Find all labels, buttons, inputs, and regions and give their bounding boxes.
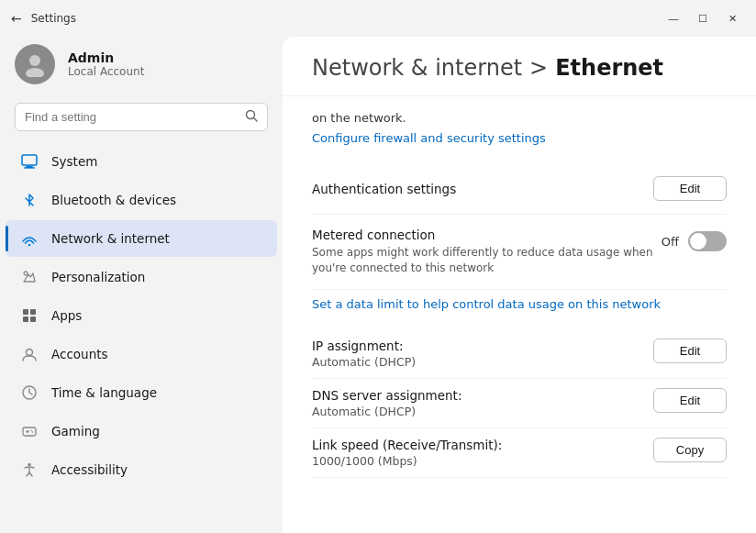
content-header: Network & internet > Ethernet: [283, 37, 756, 96]
system-icon: [20, 152, 39, 171]
title-bar: ← Settings — ☐ ✕: [0, 0, 756, 33]
sidebar-item-accounts[interactable]: Accounts: [6, 336, 277, 372]
metered-toggle[interactable]: [688, 231, 727, 251]
sidebar-item-bluetooth[interactable]: Bluetooth & devices: [6, 182, 277, 218]
sidebar-label-apps: Apps: [51, 308, 82, 323]
link-speed-row: Link speed (Receive/Transmit): 1000/1000…: [312, 428, 727, 478]
metered-sub: Some apps might work differently to redu…: [312, 245, 662, 276]
top-text: on the network.: [312, 111, 727, 125]
breadcrumb-separator: >: [529, 55, 548, 81]
bluetooth-icon: [20, 191, 39, 209]
minimize-button[interactable]: —: [661, 9, 686, 28]
svg-point-0: [29, 55, 40, 66]
svg-rect-9: [23, 309, 28, 315]
metered-row: Metered connection Some apps might work …: [312, 215, 727, 290]
ip-assignment-row: IP assignment: Automatic (DHCP) Edit: [312, 329, 727, 379]
sidebar-label-accounts: Accounts: [51, 347, 108, 361]
maximize-button[interactable]: ☐: [690, 9, 716, 28]
user-info: Admin Local Account: [68, 50, 144, 78]
metered-label: Metered connection: [312, 228, 662, 242]
sidebar-item-network[interactable]: Network & internet: [6, 220, 277, 257]
ip-label: IP assignment:: [312, 339, 416, 353]
sidebar-item-apps[interactable]: Apps: [6, 297, 277, 334]
sidebar-label-accessibility: Accessibility: [51, 462, 128, 477]
sidebar-label-gaming: Gaming: [51, 424, 100, 439]
svg-point-1: [26, 68, 44, 77]
sidebar-item-personalization[interactable]: Personalization: [6, 259, 277, 295]
search-icon: [245, 109, 258, 125]
accessibility-icon: [20, 461, 39, 479]
apps-icon: [20, 306, 39, 325]
sidebar: Admin Local Account: [0, 33, 283, 533]
link-speed-info: Link speed (Receive/Transmit): 1000/1000…: [312, 438, 502, 468]
auth-label: Authentication settings: [312, 182, 653, 196]
content-body: on the network. Configure firewall and s…: [283, 96, 756, 493]
metered-info: Metered connection Some apps might work …: [312, 228, 662, 276]
svg-point-20: [28, 463, 31, 467]
metered-toggle-label: Off: [662, 235, 679, 249]
auth-info: Authentication settings: [312, 182, 653, 196]
link-speed-label: Link speed (Receive/Transmit):: [312, 438, 502, 452]
svg-point-13: [27, 350, 33, 356]
svg-point-18: [30, 430, 32, 432]
dns-val: Automatic (DHCP): [312, 405, 461, 418]
search-box[interactable]: [15, 103, 268, 131]
avatar: [15, 44, 55, 84]
app-title: Settings: [31, 12, 76, 25]
svg-rect-4: [22, 155, 37, 165]
metered-toggle-wrap: Off: [662, 228, 727, 251]
svg-rect-11: [23, 316, 28, 322]
svg-line-3: [254, 118, 258, 122]
firewall-link[interactable]: Configure firewall and security settings: [312, 131, 546, 145]
dns-info: DNS server assignment: Automatic (DHCP): [312, 388, 461, 418]
dns-edit-button[interactable]: Edit: [653, 388, 727, 413]
breadcrumb-parent: Network & internet: [312, 55, 522, 81]
sidebar-label-bluetooth: Bluetooth & devices: [51, 193, 176, 207]
search-input[interactable]: [25, 110, 238, 124]
sidebar-item-system[interactable]: System: [6, 143, 277, 180]
app-body: Admin Local Account: [0, 33, 756, 533]
auth-settings-row: Authentication settings Edit: [312, 163, 727, 215]
time-icon: [20, 383, 39, 402]
sidebar-label-personalization: Personalization: [51, 270, 145, 284]
gaming-icon: [20, 422, 39, 440]
close-button[interactable]: ✕: [719, 9, 745, 28]
sidebar-label-network: Network & internet: [51, 231, 170, 246]
sidebar-label-time: Time & language: [51, 385, 157, 400]
personalization-icon: [20, 268, 39, 286]
window-controls: — ☐ ✕: [661, 9, 745, 28]
sidebar-item-accessibility[interactable]: Accessibility: [6, 451, 277, 488]
breadcrumb-current: Ethernet: [555, 55, 663, 81]
sidebar-item-time[interactable]: Time & language: [6, 374, 277, 411]
breadcrumb: Network & internet > Ethernet: [312, 55, 727, 81]
sidebar-label-system: System: [51, 154, 97, 169]
user-name: Admin: [68, 50, 144, 65]
svg-point-8: [24, 272, 28, 275]
title-bar-left: ← Settings: [11, 11, 76, 26]
svg-rect-10: [30, 309, 36, 315]
copy-button[interactable]: Copy: [653, 438, 727, 462]
sidebar-item-gaming[interactable]: Gaming: [6, 413, 277, 450]
network-icon: [20, 229, 39, 248]
accounts-icon: [20, 345, 39, 363]
back-icon[interactable]: ←: [11, 11, 22, 26]
nav-items: System Bluetooth & devices: [0, 142, 283, 489]
user-section: Admin Local Account: [0, 33, 283, 99]
user-sub: Local Account: [68, 65, 144, 78]
dns-row: DNS server assignment: Automatic (DHCP) …: [312, 379, 727, 428]
ip-val: Automatic (DHCP): [312, 355, 416, 369]
dns-label: DNS server assignment:: [312, 388, 461, 403]
ip-edit-button[interactable]: Edit: [653, 339, 727, 363]
svg-rect-15: [23, 428, 36, 436]
link-speed-val: 1000/1000 (Mbps): [312, 454, 502, 468]
ip-info: IP assignment: Automatic (DHCP): [312, 339, 416, 369]
svg-point-7: [28, 244, 30, 246]
data-limit-link[interactable]: Set a data limit to help control data us…: [312, 297, 727, 311]
content-area: Network & internet > Ethernet on the net…: [283, 37, 756, 533]
svg-point-19: [32, 431, 34, 433]
auth-edit-button[interactable]: Edit: [653, 176, 727, 201]
svg-rect-12: [30, 316, 36, 322]
